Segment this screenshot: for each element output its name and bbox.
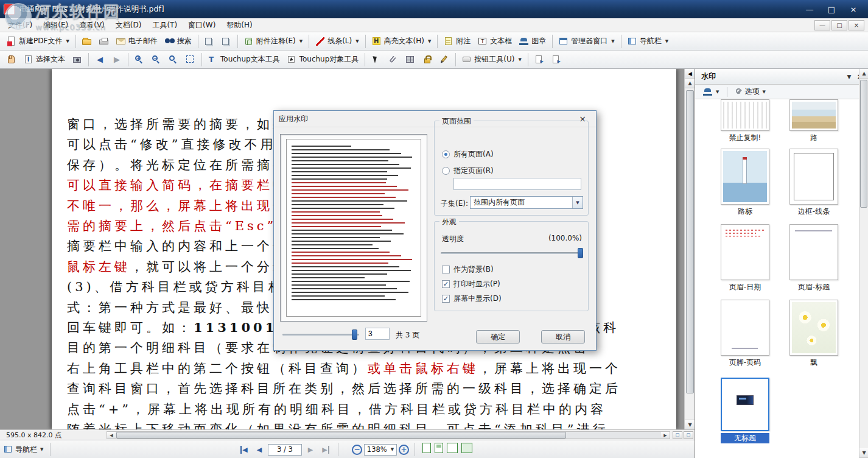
show-when-printing-checkbox[interactable]: ✓ 打印时显示(P) bbox=[442, 279, 500, 289]
zoom-in-tool-button[interactable]: + bbox=[131, 52, 148, 67]
text-box-button[interactable]: T 文本框 bbox=[474, 33, 516, 49]
attach-note-button[interactable]: 附件注释(E)▼ bbox=[240, 33, 306, 49]
copy-pages-button[interactable] bbox=[218, 34, 235, 49]
menu-item-2[interactable]: 查看(V) bbox=[74, 19, 110, 31]
zoom-out-tool-button[interactable]: − bbox=[148, 52, 165, 67]
scroll-down-button[interactable]: ▼ bbox=[685, 420, 695, 429]
watermark-thumbnail-border[interactable]: 边框-线条 bbox=[789, 149, 838, 217]
single-page-view-icon[interactable] bbox=[422, 443, 431, 453]
watermark-thumbnail-htitle[interactable]: 页眉-标题 bbox=[789, 224, 838, 292]
page-range-input[interactable] bbox=[453, 178, 581, 190]
touchup-object-button[interactable]: Touchup对象工具 bbox=[284, 52, 363, 67]
open-button[interactable] bbox=[79, 34, 96, 49]
watermark-thumbnail-lighthouse[interactable]: 路标 bbox=[721, 149, 769, 217]
preview-page-number-input[interactable] bbox=[365, 328, 390, 340]
first-page-button[interactable]: ◀ bbox=[237, 443, 251, 456]
menu-item-6[interactable]: 帮助(H) bbox=[221, 19, 257, 31]
ok-button[interactable]: 确定 bbox=[476, 330, 520, 344]
options-button[interactable]: 选项 ▼ bbox=[732, 85, 768, 99]
attach-file-button[interactable] bbox=[385, 52, 402, 67]
watermark-thumbnail-text[interactable]: 禁止复制! bbox=[721, 99, 769, 143]
watermark-thumbnail-beach[interactable]: 路 bbox=[789, 99, 838, 143]
all-pages-radio[interactable]: 所有页面(A) bbox=[442, 149, 494, 160]
watermark-thumbnail-hdate[interactable]: 页眉-日期 bbox=[721, 224, 769, 292]
menu-item-1[interactable]: 编辑(E) bbox=[38, 19, 74, 31]
rotate-page-button[interactable] bbox=[531, 52, 548, 67]
menu-item-4[interactable]: 工具(T) bbox=[147, 19, 183, 31]
menu-item-5[interactable]: 窗口(W) bbox=[183, 19, 221, 31]
continuous-view-icon[interactable] bbox=[435, 443, 443, 453]
watermark-thumbnail-footer[interactable]: 页脚-页码 bbox=[721, 300, 769, 368]
go-forward-button[interactable]: ▶ bbox=[108, 52, 125, 67]
navigation-bar-label[interactable]: 导航栏 bbox=[15, 445, 37, 455]
snapshot-button[interactable] bbox=[69, 52, 86, 67]
dynamic-zoom-button[interactable] bbox=[165, 52, 182, 67]
last-page-button[interactable]: ▶ bbox=[319, 443, 332, 456]
select-text-button[interactable]: I 选择文本 bbox=[20, 52, 69, 67]
lock-tool-button[interactable] bbox=[419, 52, 436, 67]
panel-scroll-up-button[interactable]: ▲ bbox=[859, 69, 868, 79]
subset-select[interactable]: 范围内所有页面 ▼ bbox=[470, 196, 583, 209]
panel-menu-button[interactable]: ▼ bbox=[844, 71, 855, 82]
maximize-button[interactable]: □ bbox=[821, 2, 842, 16]
highlight-text-button[interactable]: H 高亮文本(H)▼ bbox=[368, 33, 435, 49]
mdi-restore-button[interactable]: □ bbox=[831, 20, 847, 30]
thumbnail-image-beach[interactable] bbox=[789, 99, 838, 131]
touchup-text-button[interactable]: T Touchup文本工具 bbox=[205, 52, 284, 67]
scroll-up-button[interactable]: ▲ bbox=[685, 79, 695, 88]
next-page-button[interactable]: ▶ bbox=[304, 443, 317, 456]
extract-page-button[interactable] bbox=[548, 52, 565, 67]
print-button[interactable] bbox=[96, 34, 113, 49]
zoom-level-select[interactable]: 138%▼ bbox=[364, 444, 397, 456]
new-watermark-button[interactable]: ▼ bbox=[700, 85, 722, 99]
manager-window-button[interactable]: 管理器窗口▼ bbox=[555, 33, 618, 49]
stamp-button[interactable]: 图章 bbox=[516, 33, 550, 49]
line-tool-button[interactable]: 线条(L)▼ bbox=[312, 33, 362, 49]
marquee-zoom-button[interactable] bbox=[182, 52, 199, 67]
menu-item-0[interactable]: 文件(F) bbox=[2, 19, 38, 31]
opacity-slider-handle[interactable] bbox=[578, 248, 583, 258]
specified-pages-radio[interactable]: 指定页面(R) bbox=[442, 166, 494, 176]
opacity-slider-track[interactable] bbox=[441, 252, 582, 254]
cancel-button[interactable]: 取消 bbox=[541, 330, 585, 344]
mdi-minimize-button[interactable]: — bbox=[814, 20, 830, 30]
horizontal-scroll-thumb[interactable] bbox=[116, 432, 566, 439]
menu-item-3[interactable]: 文档(D) bbox=[110, 19, 147, 31]
continuous-facing-view-icon[interactable] bbox=[461, 443, 472, 453]
page-number-input[interactable]: 3 / 3 bbox=[268, 444, 302, 456]
email-button[interactable]: 电子邮件 bbox=[113, 33, 161, 49]
previous-page-button[interactable]: ◀ bbox=[253, 443, 266, 456]
watermark-thumbnail-flowers[interactable]: 飘 bbox=[789, 300, 838, 368]
movie-tool-button[interactable] bbox=[402, 52, 419, 67]
organize-pages-button[interactable] bbox=[201, 34, 218, 49]
thumbnail-image-hdate[interactable] bbox=[721, 224, 769, 280]
mdi-close-button[interactable]: × bbox=[849, 20, 864, 30]
close-button[interactable]: × bbox=[842, 2, 864, 16]
split-view-button[interactable]: □ bbox=[673, 431, 682, 439]
thumbnail-image-footer[interactable] bbox=[721, 300, 769, 356]
show-on-screen-checkbox[interactable]: ✓ 屏幕中显示(D) bbox=[442, 294, 502, 304]
zoom-out-button[interactable]: − bbox=[352, 445, 362, 455]
navigation-bar-button[interactable]: 导航栏▼ bbox=[624, 33, 672, 49]
panel-scroll-down-button[interactable]: ▼ bbox=[859, 448, 868, 458]
preview-page-slider-handle[interactable] bbox=[352, 329, 357, 340]
minimize-button[interactable]: — bbox=[799, 2, 821, 16]
search-button[interactable]: 搜索 bbox=[161, 33, 195, 49]
thumbnail-image-lighthouse[interactable] bbox=[721, 149, 769, 205]
sign-tool-button[interactable] bbox=[436, 52, 453, 67]
scroll-right-button[interactable]: ▶ bbox=[661, 432, 670, 439]
note-button[interactable]: 附注 bbox=[440, 33, 474, 49]
go-back-button[interactable]: ◀ bbox=[91, 52, 108, 67]
cursor-tool-button[interactable] bbox=[368, 52, 385, 67]
facing-pages-view-icon[interactable] bbox=[447, 443, 458, 453]
thumbnail-image-flowers[interactable] bbox=[789, 300, 838, 356]
spreadsheet-split-button[interactable]: □ bbox=[684, 431, 693, 439]
thumbnail-image-border[interactable] bbox=[789, 149, 838, 205]
zoom-in-button[interactable]: + bbox=[399, 445, 409, 455]
thumbnail-image-htitle[interactable] bbox=[789, 224, 838, 280]
scroll-left-button[interactable]: ◀ bbox=[107, 432, 116, 439]
button-tool-button[interactable]: 按钮工具(U)▼ bbox=[458, 52, 525, 67]
panel-scroll-thumb[interactable] bbox=[860, 80, 867, 208]
hand-tool-button[interactable] bbox=[3, 52, 20, 67]
new-pdf-button[interactable]: 新建PDF文件▼ bbox=[3, 33, 73, 49]
